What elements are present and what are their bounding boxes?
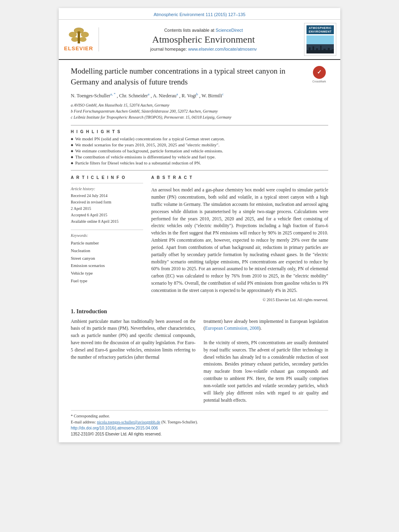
highlights-section: H I G H L I G H T S We model PN (solid a… [71, 129, 328, 165]
authors-line: N. Toenges-Schullera, * , Chr. Schneider… [71, 92, 328, 99]
journal-center: Contents lists available at ScienceDirec… [103, 28, 304, 51]
kw-2: Nucleation [71, 247, 143, 255]
journal-logo-image [306, 35, 334, 53]
abstract-text: An aerosol box model and a gas-phase che… [151, 187, 328, 294]
citation-link[interactable]: Atmospheric Environment 111 (2015) 127–1… [154, 12, 245, 17]
abstract-heading: A B S T R A C T [151, 175, 328, 180]
issn-line: 1352-2310/© 2015 Elsevier Ltd. All right… [71, 432, 328, 436]
corresponding-author-note: * Corresponding author. [71, 414, 328, 418]
homepage-line: journal homepage: www.elsevier.com/locat… [103, 47, 304, 51]
intro-title: 1. Introduction [71, 308, 328, 315]
accepted-entry: Accepted 6 April 2015 [71, 212, 143, 218]
kw-5: Vehicle type [71, 269, 143, 277]
keywords-label: Keywords: [71, 233, 143, 238]
article-history: Article history: Received 24 July 2014 R… [71, 187, 143, 225]
received-revised-label: Received in revised form [71, 199, 143, 205]
author-2-name: , Chr. Schneider [117, 93, 148, 99]
introduction-section: 1. Introduction Ambient particulate matt… [71, 308, 328, 404]
history-label: Article history: [71, 187, 143, 191]
author-2-sup: a [148, 92, 150, 96]
intro-left-text: Ambient particulate matter has tradition… [71, 319, 195, 359]
crossmark-icon: ✓ [313, 66, 326, 79]
kw-1: Particle number [71, 239, 143, 247]
journal-title: Atmospheric Environment [103, 34, 304, 45]
elsevier-tree-icon [67, 27, 91, 45]
article-content: Modelling particle number concentrations… [59, 60, 340, 442]
article-title-text: Modelling particle number concentrations… [71, 67, 285, 86]
highlight-item-4: The contribution of vehicle emissions is… [71, 154, 328, 159]
article-info-divider [71, 183, 143, 183]
intro-right-col: treatment) have already been implemented… [204, 318, 328, 404]
history-entries: Received 24 July 2014 Received in revise… [71, 193, 143, 225]
intro-right-para2: In the vicinity of streets, PN concentra… [204, 339, 328, 404]
affiliations-block: a AVISO GmbH, Am Hasselholz 15, 52074 Aa… [71, 102, 328, 120]
journal-logo-box: ATMOSPHERIC ENVIRONMENT [304, 23, 336, 56]
article-info-heading: A R T I C L E I N F O [71, 175, 143, 180]
author-4-sup: b [196, 92, 198, 96]
highlight-item-5: Particle filters for Diesel vehicles lea… [71, 160, 328, 165]
homepage-link[interactable]: www.elsevier.com/locate/atmosenv [188, 47, 257, 51]
intro-two-col: Ambient particulate matter has tradition… [71, 318, 328, 404]
copyright-line: © 2015 Elsevier Ltd. All rights reserved… [151, 298, 328, 302]
abstract-divider [151, 183, 328, 183]
doi-link[interactable]: http://dx.doi.org/10.1016/j.atmosenv.201… [71, 426, 158, 430]
ec-link[interactable]: European Commission, 2008 [205, 326, 259, 331]
highlights-heading: H I G H L I G H T S [71, 129, 328, 134]
elsevier-logo: ELSEVIER [63, 27, 99, 51]
author-1-name: N. Toenges-Schuller [71, 93, 110, 99]
highlight-item-1: We model PN (solid and volatile) concent… [71, 136, 328, 141]
available-entry: Available online 8 April 2015 [71, 218, 143, 225]
author-3-sup: a [177, 92, 178, 96]
kw-3: Street canyon [71, 255, 143, 262]
journal-logo-title: ATMOSPHERIC ENVIRONMENT [306, 25, 334, 34]
email-link[interactable]: nicola.toenges-schuller@avisogmbh.de [97, 420, 160, 424]
kw-4: Emission scenarios [71, 262, 143, 269]
sciencedirect-link[interactable]: ScienceDirect [216, 28, 243, 33]
affil-b: b Ford Forschungszentrum Aachen GmbH, Sü… [71, 108, 328, 114]
received-entry: Received 24 July 2014 [71, 193, 143, 199]
revised-date: 2 April 2015 [71, 205, 143, 212]
intro-left-col: Ambient particulate matter has tradition… [71, 318, 195, 404]
article-footer: * Corresponding author. E-mail address: … [71, 410, 328, 436]
highlight-item-3: We estimate contributions of background,… [71, 148, 328, 153]
journal-header: ELSEVIER Contents lists available at Sci… [59, 20, 340, 60]
page: Atmospheric Environment 111 (2015) 127–1… [59, 8, 340, 442]
svg-point-3 [71, 37, 78, 42]
article-title-block: Modelling particle number concentrations… [71, 66, 328, 87]
article-info-col: A R T I C L E I N F O Article history: R… [71, 175, 143, 302]
contents-line: Contents lists available at ScienceDirec… [103, 28, 304, 33]
building-silhouette [306, 45, 334, 53]
highlights-list: We model PN (solid and volatile) concent… [71, 136, 328, 165]
author-5-sup: c [222, 92, 224, 96]
highlight-item-2: We model scenarios for the years 2010, 2… [71, 142, 328, 147]
divider-after-affiliations [71, 125, 328, 125]
kw-6: Fuel type [71, 277, 143, 285]
svg-point-4 [79, 37, 86, 42]
affil-c: c Leibniz Institute for Tropospheric Res… [71, 114, 328, 120]
keywords-divider [71, 230, 143, 230]
keywords-section: Keywords: Particle number Nucleation Str… [71, 233, 143, 284]
divider-after-highlights [71, 170, 328, 170]
elsevier-text: ELSEVIER [64, 45, 93, 51]
author-3-name: , A. Niederau [151, 93, 177, 99]
article-info-abstract-cols: A R T I C L E I N F O Article history: R… [71, 175, 328, 302]
affil-a: a AVISO GmbH, Am Hasselholz 15, 52074 Aa… [71, 102, 328, 108]
author-4-name: , R. Vogt [179, 93, 196, 99]
crossmark-badge[interactable]: ✓ CrossMark [310, 66, 328, 84]
abstract-col: A B S T R A C T An aerosol box model and… [151, 175, 328, 302]
author-1-sup: a, * [110, 92, 115, 96]
top-citation-bar: Atmospheric Environment 111 (2015) 127–1… [59, 8, 340, 20]
author-5-name: , W. Birmili [199, 93, 222, 99]
intro-right-para1: treatment) have already been implemented… [204, 318, 328, 333]
crossmark-label: CrossMark [310, 80, 328, 84]
doi-line: http://dx.doi.org/10.1016/j.atmosenv.201… [71, 426, 328, 430]
keywords-list: Particle number Nucleation Street canyon… [71, 239, 143, 284]
svg-rect-5 [78, 31, 80, 43]
email-footnote: E-mail address: nicola.toenges-schuller@… [71, 420, 328, 424]
